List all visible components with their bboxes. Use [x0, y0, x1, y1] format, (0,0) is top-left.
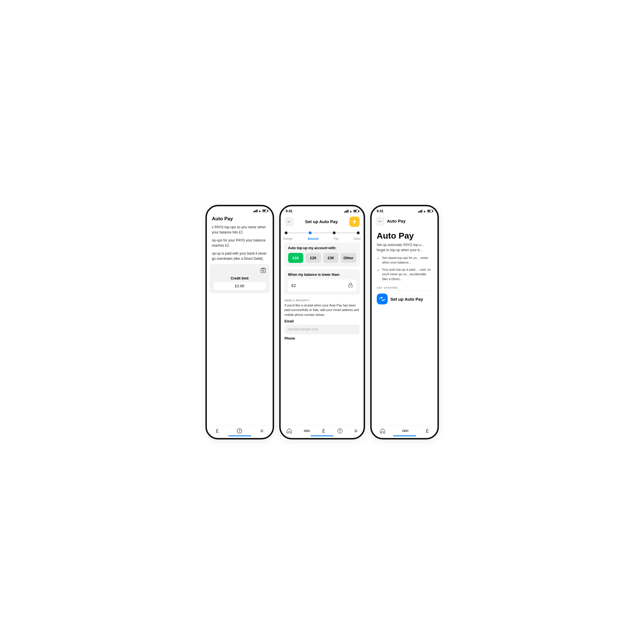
- left-page-title: Auto Pay: [207, 214, 273, 225]
- center-nav-pounds-icon[interactable]: £: [322, 428, 325, 434]
- step-label-energy: Energy: [284, 237, 293, 240]
- check-text-1: Set repeat top-ups for yo... meter when …: [382, 255, 432, 265]
- right-back-button[interactable]: ←: [376, 217, 385, 226]
- checklist: ✓ Set repeat top-ups for yo... meter whe…: [372, 255, 437, 287]
- scene: ▲ Auto Pay c PAYG top-ups so you never w…: [193, 193, 451, 451]
- step-dot-pay: [333, 231, 336, 234]
- right-nav-activity-icon[interactable]: [402, 429, 409, 433]
- back-button[interactable]: ←: [285, 217, 294, 226]
- trash-icon[interactable]: [261, 267, 266, 275]
- step-line-3: [336, 233, 357, 233]
- svg-point-15: [308, 430, 310, 432]
- svg-text:?: ?: [339, 429, 340, 433]
- balance-card: When my balance is lower than: £2: [284, 269, 360, 295]
- autopay-description: Set up automatic PAYG top-u... forget to…: [372, 242, 437, 255]
- email-field-placeholder[interactable]: sam@example.com: [285, 324, 360, 334]
- right-nav-header: ← Auto Pay: [372, 214, 437, 228]
- center-nav-header: ← Set up Auto Pay: [281, 214, 364, 229]
- nav-help-icon[interactable]: ?: [237, 428, 242, 433]
- topup-card: Auto top-up my account with: £10 £20 £30…: [284, 243, 360, 266]
- check-mark-1: ✓: [377, 256, 380, 261]
- svg-point-12: [350, 286, 351, 286]
- amount-other-button[interactable]: Other: [341, 253, 356, 263]
- center-nav-home-icon[interactable]: [287, 428, 292, 433]
- right-battery-icon: [427, 210, 432, 213]
- left-status-bar: ▲: [207, 206, 273, 214]
- right-status-bar: 9:41 ▲: [372, 206, 437, 214]
- step-dot-energy: [285, 231, 288, 234]
- right-nav-pounds-icon[interactable]: £: [426, 428, 429, 434]
- receipt-description: If you'd like a receipt when your Auto P…: [285, 303, 360, 317]
- nav-menu-icon[interactable]: ≡: [260, 428, 263, 434]
- balance-card-title: When my balance is lower than:: [288, 273, 356, 277]
- balance-value: £2: [292, 283, 296, 288]
- center-bottom-nav: £ ? ≡: [281, 425, 364, 438]
- right-phone: 9:41 ▲ ← Auto Pay Auto Pay Set up automa…: [370, 205, 439, 439]
- setup-btn-label: Set up Auto Pay: [391, 297, 423, 302]
- right-nav-home-icon[interactable]: [380, 428, 385, 433]
- svg-point-21: [405, 430, 406, 432]
- battery-icon: [262, 209, 267, 212]
- credit-card: Credit limit £2.00: [210, 264, 270, 293]
- center-nav-menu-icon[interactable]: ≡: [354, 428, 358, 434]
- autopay-big-title: Auto Pay: [372, 228, 437, 242]
- center-phone: 9:41 ▲ ← Set up Auto Pay: [279, 205, 365, 439]
- left-bottom-nav: £ ? ≡: [207, 425, 273, 438]
- svg-marker-10: [353, 219, 356, 225]
- step-label-done: Done: [354, 237, 361, 240]
- loop-button[interactable]: [377, 294, 388, 304]
- balance-input-row: £2: [288, 280, 356, 292]
- right-wifi-icon: ▲: [423, 209, 426, 213]
- step-line-1: [288, 233, 309, 233]
- nav-pounds-icon[interactable]: £: [216, 428, 219, 434]
- amount-options: £10 £20 £30 Other: [288, 253, 356, 263]
- center-signal-icon: [344, 210, 348, 213]
- amount-10-button[interactable]: £10: [288, 253, 304, 263]
- right-header-title: Auto Pay: [387, 219, 406, 223]
- center-header-title: Set up Auto Pay: [305, 219, 338, 224]
- left-body-text-2: op-ups for your PAYG your balance reache…: [212, 238, 267, 248]
- credit-limit-label: Credit limit: [214, 276, 266, 280]
- center-battery-icon: [353, 210, 358, 213]
- center-nav-help-icon[interactable]: ?: [337, 428, 342, 433]
- amount-30-button[interactable]: £30: [323, 253, 339, 263]
- divider: [377, 290, 432, 291]
- right-content: Auto Pay Set up automatic PAYG top-u... …: [372, 228, 437, 425]
- step-label-amount: Amount: [308, 237, 318, 240]
- center-nav-activity-icon[interactable]: [304, 429, 310, 433]
- left-phone: ▲ Auto Pay c PAYG top-ups so you never w…: [205, 205, 274, 439]
- check-text-2: Your auto top-up is paid ... card, so yo…: [382, 267, 432, 282]
- credit-limit-value: £2.00: [214, 282, 266, 290]
- receipt-section: NEED A RECEIPT? If you'd like a receipt …: [281, 298, 364, 342]
- left-body-text-1: c PAYG top-ups so you never when your ba…: [212, 225, 267, 235]
- center-time: 9:41: [286, 209, 293, 213]
- topup-card-title: Auto top-up my account with:: [288, 246, 356, 250]
- receipt-label: NEED A RECEIPT?: [285, 299, 360, 302]
- lock-icon: [348, 282, 353, 289]
- check-mark-2: ✓: [377, 267, 380, 273]
- check-item-2: ✓ Your auto top-up is paid ... card, so …: [377, 267, 432, 282]
- right-signal-icon: [418, 210, 422, 213]
- svg-point-22: [407, 430, 408, 432]
- left-body: c PAYG top-ups so you never when your ba…: [207, 225, 273, 261]
- center-status-bar: 9:41 ▲: [281, 206, 364, 214]
- wifi-icon: ▲: [258, 209, 261, 213]
- progress-steps: [281, 229, 364, 237]
- left-body-text-3: op-up is paid with your bank ll never go…: [212, 251, 267, 261]
- svg-text:?: ?: [239, 429, 240, 433]
- amount-20-button[interactable]: £20: [306, 253, 321, 263]
- setup-btn-row[interactable]: Set up Auto Pay: [372, 294, 437, 304]
- phone-field-label: Phone: [285, 336, 360, 340]
- step-label-pay: Pay: [334, 237, 338, 240]
- lightning-button[interactable]: [349, 217, 360, 227]
- svg-point-20: [403, 430, 404, 432]
- email-field-label: Email: [285, 319, 360, 323]
- get-started-label: GET STARTED: [372, 286, 437, 290]
- step-line-2: [312, 233, 333, 233]
- steps-labels: Energy Amount Pay Done: [281, 237, 364, 243]
- left-content: Auto Pay c PAYG top-ups so you never whe…: [207, 214, 273, 425]
- step-dot-done: [357, 231, 360, 234]
- check-item-1: ✓ Set repeat top-ups for yo... meter whe…: [377, 255, 432, 265]
- right-bottom-nav: £: [372, 425, 437, 438]
- svg-point-14: [306, 430, 308, 432]
